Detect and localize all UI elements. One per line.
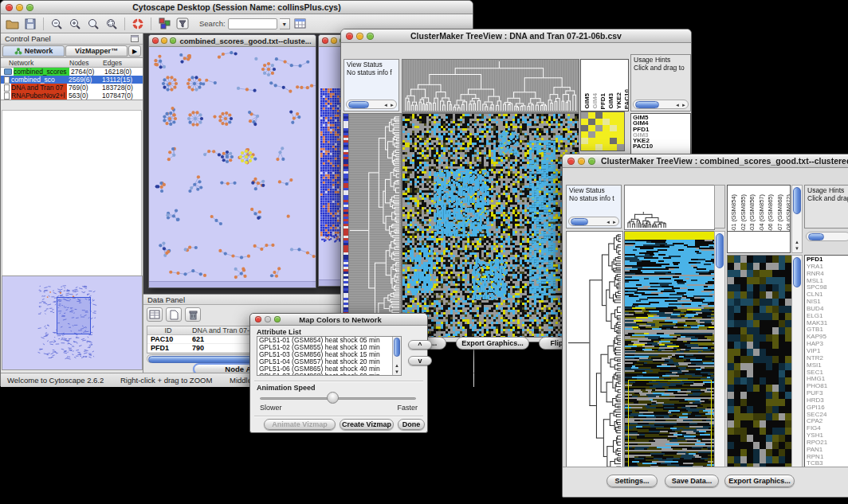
network-view-titlebar[interactable]: combined_scores_good.txt--cluste... [149, 35, 316, 47]
zoom-window-icon[interactable] [274, 316, 281, 322]
view-status-scrollbar[interactable]: ◄► [346, 100, 397, 109]
summary-cell [588, 144, 595, 150]
minimize-icon[interactable] [161, 37, 167, 44]
slider-thumb[interactable] [327, 392, 339, 404]
usage-hints-scrollbar[interactable]: ◄► [633, 100, 689, 109]
column-labels-scrollbar[interactable]: ▲▼ [791, 185, 803, 253]
view-status-scrollbar[interactable]: ◄► [568, 217, 619, 226]
desktop: Cytoscape Desktop (Session Name: collins… [0, 0, 848, 504]
treeview1-titlebar[interactable]: ClusterMaker TreeView : DNA and Tran 07-… [341, 29, 691, 43]
column-header-edges[interactable]: Edges [103, 59, 143, 67]
network-edges-count: 16218(0) [104, 68, 143, 76]
export-graphics-button[interactable]: Export Graphics... [456, 337, 529, 350]
zoom-fit-icon[interactable] [85, 16, 101, 32]
column-label[interactable]: GIM4 [591, 93, 599, 109]
create-vizmap-button[interactable]: Create Vizmap [340, 419, 394, 430]
summary-cell [610, 119, 617, 125]
treeview2-titlebar[interactable]: ClusterMaker TreeView : combined_scores_… [563, 154, 848, 168]
cytoscape-titlebar[interactable]: Cytoscape Desktop (Session Name: collins… [1, 1, 473, 14]
minimize-icon[interactable] [331, 37, 337, 44]
zoom-window-icon[interactable] [170, 37, 176, 44]
column-label[interactable]: GIM5 [583, 93, 591, 109]
minimize-icon [265, 316, 271, 322]
search-dropdown-icon[interactable]: ▾ [280, 18, 290, 29]
map-colors-dialog: Map Colors to Network Attribute List GPL… [249, 313, 428, 433]
column-label[interactable]: GIM3 [607, 93, 614, 109]
heatmap-canvas[interactable] [402, 113, 579, 338]
zoom-heatmap-scrollbar[interactable]: ▲▼ [791, 255, 803, 480]
settings-button[interactable]: Settings... [607, 475, 658, 487]
tab-overflow-button[interactable]: ▶ [128, 45, 141, 57]
heatmap-scrollbar[interactable]: ▲▼ [714, 231, 725, 480]
column-dendrogram[interactable] [402, 59, 579, 113]
zoom-window-icon[interactable] [588, 158, 595, 165]
network-row[interactable]: RNAPuberNov2+l 563(0) 107847(0) [1, 92, 143, 100]
column-header-nodes[interactable]: Nodes [69, 59, 103, 67]
column-label[interactable]: YKE2 [615, 92, 622, 109]
network-view-footer [149, 281, 316, 287]
column-label[interactable]: PAC10 [623, 89, 629, 109]
zoom-out-icon[interactable] [49, 16, 65, 32]
attribute-list[interactable]: GPL51-01 (GSM854) heat shock 05 minGPL51… [257, 336, 402, 376]
close-icon[interactable] [322, 37, 328, 44]
minimize-icon[interactable] [578, 158, 585, 165]
zoom-selected-icon[interactable] [104, 16, 120, 32]
summary-cell [603, 119, 610, 125]
move-up-button[interactable]: ^ [408, 340, 432, 350]
close-icon[interactable] [6, 4, 13, 11]
gene-dendrogram[interactable] [566, 231, 623, 482]
zoom-window-icon[interactable] [26, 4, 33, 11]
view-status-text: No status info t [569, 195, 618, 203]
column-header-network[interactable]: Network [1, 59, 69, 67]
float-panel-icon[interactable] [131, 35, 139, 42]
close-icon[interactable] [255, 316, 261, 322]
close-icon[interactable] [346, 33, 353, 40]
animate-vizmap-button[interactable]: Animate Vizmap [264, 419, 336, 430]
summary-cell [603, 131, 610, 138]
tab-network[interactable]: Network [2, 45, 65, 57]
zoom-window-icon[interactable] [367, 33, 374, 40]
global-heatmap-canvas[interactable] [624, 231, 715, 482]
attribute-browser-icon[interactable] [292, 16, 308, 32]
divider [254, 416, 423, 417]
network-canvas[interactable] [149, 47, 316, 281]
move-down-button[interactable]: v [408, 356, 432, 365]
network-row[interactable]: combined_scores 2764(0) 16218(0) [1, 68, 143, 76]
export-graphics-button[interactable]: Export Graphics... [724, 475, 795, 487]
save-data-button[interactable]: Save Data... [665, 475, 719, 487]
new-attribute-icon[interactable] [166, 307, 182, 322]
zoom-heatmap-canvas[interactable] [727, 255, 792, 482]
attribute-select-icon[interactable] [147, 307, 163, 322]
minimize-icon[interactable] [356, 33, 363, 40]
column-label[interactable]: PFD1 [599, 93, 607, 109]
dialog-titlebar[interactable]: Map Colors to Network [250, 314, 427, 326]
vizmapper-icon[interactable] [156, 16, 172, 32]
attribute-list-item[interactable]: GPL51-07 (GSM868) heat shock 60 min [257, 373, 401, 376]
close-icon[interactable] [567, 158, 575, 165]
birdseye-view[interactable] [2, 275, 143, 370]
treeview2-button-bar: Settings... Save Data... Export Graphics… [563, 467, 848, 497]
column-dendrogram[interactable] [624, 185, 715, 230]
gene-dendrogram[interactable] [348, 113, 402, 338]
dendrogram-scrollbar[interactable] [714, 185, 725, 229]
delete-attribute-icon[interactable] [185, 307, 201, 322]
tab-vizmapper[interactable]: VizMapper™ [65, 45, 128, 57]
gene-label[interactable]: PAC10 [633, 143, 689, 149]
close-icon[interactable] [152, 37, 159, 44]
minimize-icon[interactable] [16, 4, 23, 11]
zoom-in-icon[interactable] [67, 16, 83, 32]
summary-heatmap[interactable] [580, 111, 625, 151]
open-file-icon[interactable] [4, 16, 20, 32]
help-icon[interactable] [130, 16, 146, 32]
search-input[interactable] [228, 18, 277, 29]
attribute-list-scrollbar[interactable]: ▲▼ [392, 337, 401, 375]
summary-cell [581, 112, 588, 119]
filter-icon[interactable] [175, 16, 190, 32]
column-header-id[interactable]: ID [147, 326, 189, 334]
save-icon[interactable] [22, 16, 38, 32]
network-view-title: combined_scores_good.txt--cluste... [179, 37, 312, 45]
usage-hints-scrollbar[interactable] [806, 232, 848, 241]
network-row[interactable]: combined_sco 2569(6) 13112(15) [1, 76, 143, 84]
network-row[interactable]: DNA and Tran 07 769(0) 183728(0) [1, 84, 143, 92]
done-button[interactable]: Done [398, 419, 425, 430]
